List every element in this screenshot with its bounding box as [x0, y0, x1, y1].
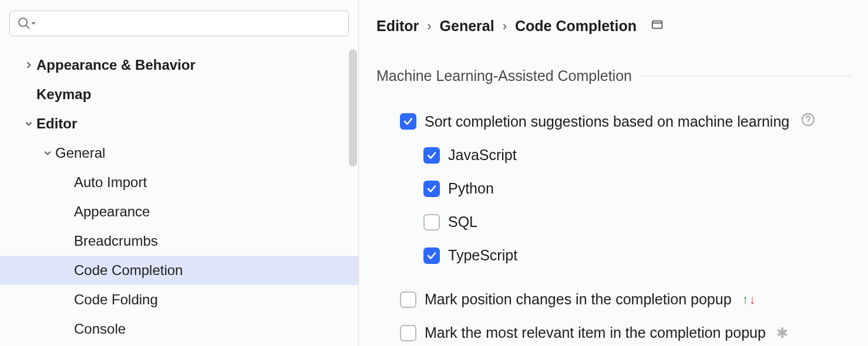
help-icon[interactable]	[801, 113, 815, 130]
chevron-down-icon[interactable]	[30, 20, 37, 27]
svg-point-5	[808, 123, 809, 124]
chevron-right-icon	[21, 61, 36, 69]
breadcrumb-part-code-completion[interactable]: Code Completion	[515, 18, 637, 35]
checkbox-mark-relevant[interactable]	[400, 325, 416, 341]
sidebar-item-label: Auto Import	[74, 174, 147, 191]
option-lang-python[interactable]: Python	[376, 172, 852, 205]
scrollbar-thumb[interactable]	[349, 49, 357, 167]
search-input[interactable]	[42, 17, 341, 30]
svg-rect-2	[652, 21, 662, 29]
section-header: Machine Learning-Assisted Completion	[376, 67, 852, 84]
option-label: Python	[448, 180, 494, 197]
checkbox-lang-python[interactable]	[423, 181, 440, 197]
option-lang-typescript[interactable]: TypeScript	[376, 239, 852, 272]
search-box[interactable]	[9, 11, 349, 36]
settings-main: Editor › General › Code Completion Machi…	[359, 0, 868, 346]
sidebar-item-code-completion[interactable]: Code Completion	[0, 256, 358, 285]
settings-sidebar: Appearance & BehaviorKeymapEditorGeneral…	[0, 0, 358, 346]
breadcrumb: Editor › General › Code Completion	[376, 18, 852, 35]
search-icon	[17, 16, 31, 30]
breadcrumb-part-editor[interactable]: Editor	[376, 18, 419, 35]
checkbox-lang-typescript[interactable]	[423, 247, 440, 264]
option-lang-javascript[interactable]: JavaScript	[376, 138, 852, 172]
sidebar-item-code-folding[interactable]: Code Folding	[0, 285, 358, 314]
checkbox-lang-sql[interactable]	[423, 214, 440, 230]
sidebar-item-label: Editor	[36, 116, 77, 132]
sidebar-item-keymap[interactable]: Keymap	[0, 80, 358, 109]
option-label: JavaScript	[448, 147, 517, 164]
svg-line-1	[26, 25, 29, 29]
sidebar-item-label: Console	[74, 321, 126, 337]
sidebar-item-editor[interactable]: Editor	[0, 109, 358, 138]
option-sort-ml[interactable]: Sort completion suggestions based on mac…	[376, 104, 852, 138]
option-label: TypeScript	[448, 247, 517, 264]
option-mark-position[interactable]: Mark position changes in the completion …	[376, 283, 852, 316]
checkbox-lang-javascript[interactable]	[423, 147, 440, 164]
checkbox-mark-position[interactable]	[400, 291, 416, 308]
option-mark-relevant[interactable]: Mark the most relevant item in the compl…	[376, 316, 852, 346]
option-label: SQL	[448, 213, 477, 230]
section-title: Machine Learning-Assisted Completion	[376, 67, 632, 84]
option-label: Mark position changes in the completion …	[425, 291, 732, 308]
options-list: Sort completion suggestions based on mac…	[376, 104, 852, 346]
sidebar-item-auto-import[interactable]: Auto Import	[0, 168, 358, 197]
sidebar-item-label: Appearance & Behavior	[36, 57, 196, 73]
sidebar-item-label: Breadcrumbs	[74, 233, 158, 249]
breadcrumb-part-general[interactable]: General	[440, 18, 494, 35]
window-icon[interactable]	[651, 18, 664, 35]
sidebar-item-label: Code Folding	[74, 291, 158, 308]
chevron-down-icon	[21, 120, 36, 128]
sidebar-item-appearance[interactable]: Appearance	[0, 197, 358, 226]
checkbox-sort-ml[interactable]	[400, 113, 416, 130]
option-label: Sort completion suggestions based on mac…	[425, 113, 789, 130]
sidebar-item-general[interactable]: General	[0, 138, 358, 168]
option-label: Mark the most relevant item in the compl…	[425, 324, 766, 341]
svg-point-0	[19, 18, 27, 26]
sidebar-item-label: General	[55, 145, 105, 161]
sidebar-item-console[interactable]: Console	[0, 314, 358, 344]
sidebar-item-appearance-behavior[interactable]: Appearance & Behavior	[0, 50, 358, 80]
sidebar-item-label: Appearance	[74, 203, 150, 220]
search-wrap	[0, 0, 358, 42]
star-icon: ✱	[776, 325, 788, 341]
chevron-right-icon: ›	[503, 19, 507, 34]
sidebar-item-label: Keymap	[36, 86, 91, 103]
up-down-icon: ↑↓	[742, 292, 756, 307]
section-divider	[641, 76, 852, 76]
sidebar-item-label: Code Completion	[74, 262, 183, 279]
settings-tree: Appearance & BehaviorKeymapEditorGeneral…	[0, 42, 358, 346]
chevron-right-icon: ›	[427, 19, 431, 34]
option-lang-sql[interactable]: SQL	[376, 205, 852, 239]
chevron-down-icon	[40, 149, 55, 157]
sidebar-item-breadcrumbs[interactable]: Breadcrumbs	[0, 226, 358, 256]
